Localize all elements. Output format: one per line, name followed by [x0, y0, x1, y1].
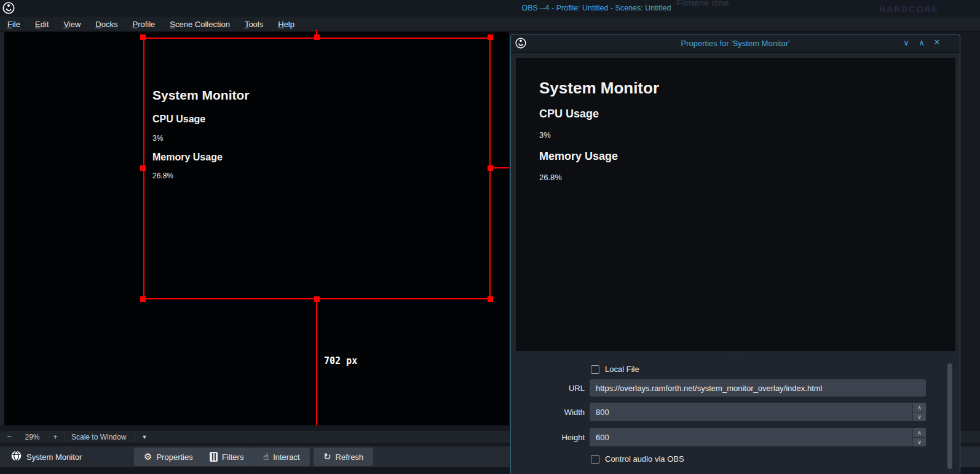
control-audio-checkbox[interactable] — [591, 455, 599, 464]
menu-help[interactable]: Help — [278, 20, 294, 29]
menu-file[interactable]: File — [7, 20, 20, 29]
selected-source-name: System Monitor — [26, 452, 82, 462]
menu-profile[interactable]: Profile — [132, 20, 155, 29]
preview-mem-label: Memory Usage — [539, 150, 618, 163]
menu-scene-collection[interactable]: Scene Collection — [170, 20, 230, 29]
refresh-icon: ↻ — [323, 451, 331, 462]
background-bleed-text-right: HARDCORE — [879, 4, 939, 14]
height-input[interactable] — [590, 428, 926, 446]
resize-handle-bottom-left[interactable] — [140, 296, 146, 302]
dialog-source-preview: System Monitor CPU Usage 3% Memory Usage… — [516, 58, 955, 351]
filter-icon — [210, 452, 218, 462]
properties-button-label: Properties — [156, 452, 192, 462]
resize-handle-top-right[interactable] — [488, 34, 493, 40]
interact-button-label: Interact — [273, 452, 299, 462]
guide-line-top — [316, 30, 317, 38]
dialog-title: Properties for 'System Monitor' — [511, 39, 960, 48]
menu-bar: File Edit View Docks Profile Scene Colle… — [0, 17, 980, 32]
chevron-down-icon[interactable]: ∨ — [912, 437, 926, 446]
splitter-handle[interactable]: ······ — [511, 358, 960, 361]
chevron-up-icon[interactable]: ∧ — [912, 428, 926, 437]
obs-logo-icon — [2, 2, 15, 17]
filters-button[interactable]: Filters — [200, 448, 253, 466]
resize-handle-top-left[interactable] — [140, 34, 146, 40]
properties-dialog: Properties for 'System Monitor' ∨ ∧ × Sy… — [510, 34, 960, 474]
guide-line-right — [491, 167, 509, 168]
refresh-button-label: Refresh — [336, 452, 364, 462]
window-title: OBS --4 - Profile: Untitled - Scenes: Un… — [400, 4, 793, 12]
menu-tools[interactable]: Tools — [245, 20, 263, 29]
chevron-down-icon[interactable]: ∨ — [912, 412, 926, 421]
preview-cpu-label: CPU Usage — [539, 108, 599, 120]
refresh-button[interactable]: ↻ Refresh — [314, 448, 373, 466]
measurement-line — [316, 299, 317, 425]
chevron-down-icon[interactable]: ▼ — [135, 434, 153, 440]
preview-title: System Monitor — [539, 79, 659, 98]
height-label: Height — [511, 433, 585, 442]
background-bleed-text: Filmene dine — [676, 0, 729, 8]
local-file-row: Local File — [591, 365, 639, 374]
preview-cpu-value: 3% — [539, 130, 551, 140]
source-selection-rect[interactable] — [143, 38, 491, 299]
scale-mode-select[interactable]: Scale to Window — [65, 433, 135, 441]
menu-edit[interactable]: Edit — [35, 20, 49, 29]
resize-handle-mid-left[interactable] — [140, 165, 146, 171]
close-icon[interactable]: × — [931, 37, 943, 48]
browser-source-icon — [11, 451, 22, 464]
dock-float-button[interactable]: ∨ — [900, 38, 912, 47]
width-label: Width — [511, 408, 585, 417]
preview-mem-value: 26.8% — [539, 173, 562, 182]
url-label: URL — [511, 384, 585, 393]
zoom-level: 29% — [18, 433, 46, 441]
dialog-titlebar[interactable]: Properties for 'System Monitor' ∨ ∧ × — [511, 34, 960, 53]
dock-edge-strip — [0, 32, 4, 425]
chevron-up-icon[interactable]: ∧ — [912, 403, 926, 412]
hand-pointer-icon: ☝ — [263, 451, 269, 462]
width-input[interactable] — [590, 403, 926, 421]
filters-button-label: Filters — [222, 452, 243, 462]
measurement-label: 702 px — [324, 355, 357, 366]
properties-button[interactable]: ⚙ Properties — [134, 448, 203, 466]
control-audio-row: Control audio via OBS — [591, 454, 684, 464]
menu-view[interactable]: View — [63, 20, 81, 29]
zoom-in-button[interactable]: + — [46, 432, 65, 441]
dialog-scrollbar[interactable] — [947, 363, 952, 469]
zoom-out-button[interactable]: − — [0, 432, 18, 441]
interact-button[interactable]: ☝ Interact — [253, 448, 310, 466]
resize-handle-bottom-right[interactable] — [488, 296, 493, 302]
dock-restore-button[interactable]: ∧ — [915, 38, 928, 47]
menu-docks[interactable]: Docks — [95, 20, 117, 29]
local-file-checkbox[interactable] — [591, 365, 599, 374]
height-stepper: ∧ ∨ — [912, 428, 926, 446]
local-file-label: Local File — [605, 365, 639, 374]
gear-icon: ⚙ — [144, 451, 152, 462]
control-audio-label: Control audio via OBS — [605, 454, 684, 464]
window-titlebar: OBS --4 - Profile: Untitled - Scenes: Un… — [0, 0, 980, 17]
url-input[interactable] — [590, 379, 926, 397]
width-stepper: ∧ ∨ — [912, 403, 926, 421]
